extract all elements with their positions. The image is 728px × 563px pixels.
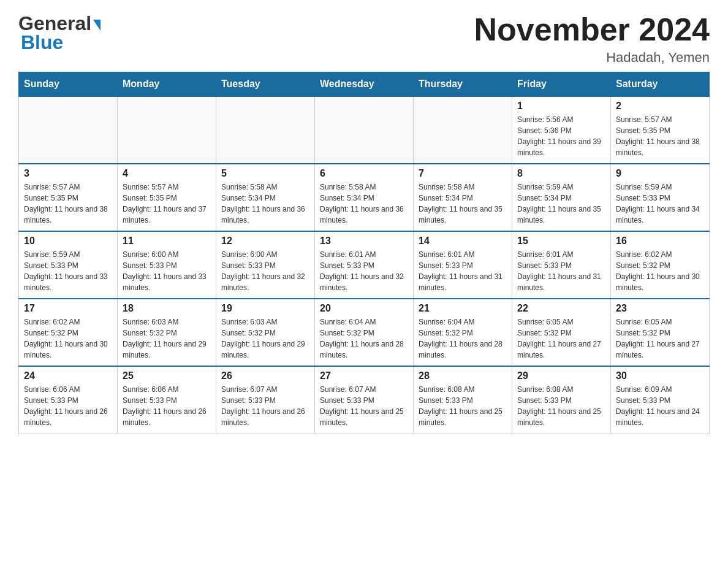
calendar-cell: 3Sunrise: 5:57 AMSunset: 5:35 PMDaylight… (19, 164, 118, 231)
calendar-cell (118, 96, 216, 164)
week-row-3: 10Sunrise: 5:59 AMSunset: 5:33 PMDayligh… (19, 231, 710, 299)
logo: General Blue (18, 12, 100, 54)
calendar-cell: 8Sunrise: 5:59 AMSunset: 5:34 PMDaylight… (512, 164, 611, 231)
day-info: Sunrise: 6:02 AMSunset: 5:32 PMDaylight:… (616, 249, 704, 293)
calendar-cell (216, 96, 315, 164)
day-info: Sunrise: 5:58 AMSunset: 5:34 PMDaylight:… (419, 182, 507, 226)
calendar-cell: 5Sunrise: 5:58 AMSunset: 5:34 PMDaylight… (216, 164, 315, 231)
day-number: 11 (123, 236, 211, 247)
calendar-cell: 17Sunrise: 6:02 AMSunset: 5:32 PMDayligh… (19, 299, 118, 366)
day-info: Sunrise: 6:04 AMSunset: 5:32 PMDaylight:… (419, 316, 507, 361)
calendar-cell: 21Sunrise: 6:04 AMSunset: 5:32 PMDayligh… (414, 299, 512, 366)
day-info: Sunrise: 5:59 AMSunset: 5:33 PMDaylight:… (616, 182, 704, 226)
day-number: 21 (419, 303, 507, 314)
logo-blue: Blue (21, 31, 63, 54)
day-info: Sunrise: 5:57 AMSunset: 5:35 PMDaylight:… (616, 114, 704, 158)
weekday-header-monday: Monday (118, 72, 216, 97)
day-info: Sunrise: 5:59 AMSunset: 5:34 PMDaylight:… (517, 182, 605, 226)
calendar-cell: 14Sunrise: 6:01 AMSunset: 5:33 PMDayligh… (414, 231, 512, 299)
logo-triangle-icon (93, 20, 100, 31)
day-info: Sunrise: 6:03 AMSunset: 5:32 PMDaylight:… (221, 316, 309, 361)
day-number: 22 (517, 303, 605, 314)
day-number: 5 (221, 168, 309, 179)
day-number: 27 (320, 370, 408, 381)
calendar-cell: 11Sunrise: 6:00 AMSunset: 5:33 PMDayligh… (118, 231, 216, 299)
weekday-header-tuesday: Tuesday (216, 72, 315, 97)
month-title: November 2024 (474, 12, 710, 47)
weekday-header-wednesday: Wednesday (315, 72, 414, 97)
day-info: Sunrise: 6:01 AMSunset: 5:33 PMDaylight:… (320, 249, 408, 293)
day-number: 15 (517, 236, 605, 247)
day-info: Sunrise: 6:06 AMSunset: 5:33 PMDaylight:… (123, 384, 211, 428)
day-number: 2 (616, 101, 704, 112)
day-info: Sunrise: 6:08 AMSunset: 5:33 PMDaylight:… (419, 384, 507, 428)
day-number: 29 (517, 370, 605, 381)
calendar-cell: 20Sunrise: 6:04 AMSunset: 5:32 PMDayligh… (315, 299, 414, 366)
calendar-cell: 9Sunrise: 5:59 AMSunset: 5:33 PMDaylight… (611, 164, 710, 231)
calendar-cell: 29Sunrise: 6:08 AMSunset: 5:33 PMDayligh… (512, 366, 611, 434)
week-row-2: 3Sunrise: 5:57 AMSunset: 5:35 PMDaylight… (19, 164, 710, 231)
day-info: Sunrise: 6:05 AMSunset: 5:32 PMDaylight:… (616, 316, 704, 361)
day-info: Sunrise: 5:57 AMSunset: 5:35 PMDaylight:… (123, 182, 211, 226)
calendar-cell: 30Sunrise: 6:09 AMSunset: 5:33 PMDayligh… (611, 366, 710, 434)
day-number: 3 (24, 168, 112, 179)
week-row-1: 1Sunrise: 5:56 AMSunset: 5:36 PMDaylight… (19, 96, 710, 164)
day-info: Sunrise: 6:00 AMSunset: 5:33 PMDaylight:… (221, 249, 309, 293)
day-number: 30 (616, 370, 704, 381)
week-row-4: 17Sunrise: 6:02 AMSunset: 5:32 PMDayligh… (19, 299, 710, 366)
day-info: Sunrise: 6:01 AMSunset: 5:33 PMDaylight:… (517, 249, 605, 293)
calendar-cell: 28Sunrise: 6:08 AMSunset: 5:33 PMDayligh… (414, 366, 512, 434)
day-number: 12 (221, 236, 309, 247)
calendar-table: SundayMondayTuesdayWednesdayThursdayFrid… (18, 72, 710, 434)
day-number: 18 (123, 303, 211, 314)
calendar-cell: 4Sunrise: 5:57 AMSunset: 5:35 PMDaylight… (118, 164, 216, 231)
day-info: Sunrise: 6:04 AMSunset: 5:32 PMDaylight:… (320, 316, 408, 361)
day-number: 16 (616, 236, 704, 247)
day-number: 4 (123, 168, 211, 179)
day-info: Sunrise: 6:01 AMSunset: 5:33 PMDaylight:… (419, 249, 507, 293)
calendar-cell: 1Sunrise: 5:56 AMSunset: 5:36 PMDaylight… (512, 96, 611, 164)
day-info: Sunrise: 5:58 AMSunset: 5:34 PMDaylight:… (221, 182, 309, 226)
weekday-header-sunday: Sunday (19, 72, 118, 97)
calendar-cell (19, 96, 118, 164)
calendar-cell: 27Sunrise: 6:07 AMSunset: 5:33 PMDayligh… (315, 366, 414, 434)
day-number: 10 (24, 236, 112, 247)
weekday-header-friday: Friday (512, 72, 611, 97)
calendar-cell: 12Sunrise: 6:00 AMSunset: 5:33 PMDayligh… (216, 231, 315, 299)
day-info: Sunrise: 6:09 AMSunset: 5:33 PMDaylight:… (616, 384, 704, 428)
calendar-cell: 25Sunrise: 6:06 AMSunset: 5:33 PMDayligh… (118, 366, 216, 434)
day-number: 14 (419, 236, 507, 247)
day-info: Sunrise: 5:59 AMSunset: 5:33 PMDaylight:… (24, 249, 112, 293)
calendar-cell: 16Sunrise: 6:02 AMSunset: 5:32 PMDayligh… (611, 231, 710, 299)
day-number: 28 (419, 370, 507, 381)
day-number: 19 (221, 303, 309, 314)
day-info: Sunrise: 6:06 AMSunset: 5:33 PMDaylight:… (24, 384, 112, 428)
day-number: 7 (419, 168, 507, 179)
day-number: 6 (320, 168, 408, 179)
day-number: 13 (320, 236, 408, 247)
day-info: Sunrise: 6:03 AMSunset: 5:32 PMDaylight:… (123, 316, 211, 361)
day-number: 1 (517, 101, 605, 112)
calendar-cell: 10Sunrise: 5:59 AMSunset: 5:33 PMDayligh… (19, 231, 118, 299)
day-info: Sunrise: 5:58 AMSunset: 5:34 PMDaylight:… (320, 182, 408, 226)
location: Hadadah, Yemen (474, 50, 710, 66)
calendar-cell: 2Sunrise: 5:57 AMSunset: 5:35 PMDaylight… (611, 96, 710, 164)
day-info: Sunrise: 5:56 AMSunset: 5:36 PMDaylight:… (517, 114, 605, 158)
day-info: Sunrise: 6:05 AMSunset: 5:32 PMDaylight:… (517, 316, 605, 361)
day-info: Sunrise: 6:07 AMSunset: 5:33 PMDaylight:… (320, 384, 408, 428)
calendar-cell (315, 96, 414, 164)
calendar-cell: 26Sunrise: 6:07 AMSunset: 5:33 PMDayligh… (216, 366, 315, 434)
calendar-cell: 23Sunrise: 6:05 AMSunset: 5:32 PMDayligh… (611, 299, 710, 366)
day-info: Sunrise: 5:57 AMSunset: 5:35 PMDaylight:… (24, 182, 112, 226)
calendar-cell: 7Sunrise: 5:58 AMSunset: 5:34 PMDaylight… (414, 164, 512, 231)
weekday-header-saturday: Saturday (611, 72, 710, 97)
page-header: General Blue November 2024 Hadadah, Yeme… (18, 12, 710, 66)
day-number: 25 (123, 370, 211, 381)
day-number: 23 (616, 303, 704, 314)
calendar-cell: 18Sunrise: 6:03 AMSunset: 5:32 PMDayligh… (118, 299, 216, 366)
title-section: November 2024 Hadadah, Yemen (474, 12, 710, 66)
day-number: 8 (517, 168, 605, 179)
calendar-cell: 6Sunrise: 5:58 AMSunset: 5:34 PMDaylight… (315, 164, 414, 231)
day-number: 26 (221, 370, 309, 381)
calendar-cell: 19Sunrise: 6:03 AMSunset: 5:32 PMDayligh… (216, 299, 315, 366)
